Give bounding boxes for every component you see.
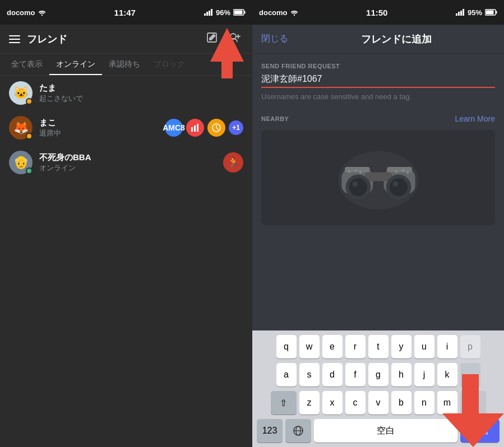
key-j[interactable]: j	[414, 363, 434, 387]
activity-extra-count: +1	[229, 120, 243, 135]
key-k[interactable]: k	[437, 363, 457, 387]
key-t[interactable]: t	[368, 335, 389, 358]
time-left: 11:47	[114, 8, 136, 17]
keyboard-row-1: q w e r t y u i p	[255, 335, 502, 358]
key-f[interactable]: f	[345, 363, 366, 387]
activity-icon-game: AMC8	[165, 119, 183, 137]
svg-point-14	[293, 15, 294, 16]
svg-rect-17	[460, 11, 462, 16]
learn-more-link[interactable]: Learn More	[455, 114, 495, 123]
friend-status-tama: 起こさないで	[39, 94, 243, 104]
key-dash[interactable]: —	[460, 363, 480, 387]
svg-point-38	[354, 169, 357, 172]
friend-status-mako: 退席中	[39, 128, 158, 138]
status-dot-bba	[26, 167, 33, 174]
svg-point-34	[395, 170, 397, 173]
add-friend-title: フレンドに追加	[297, 32, 495, 46]
friend-item-bba[interactable]: 👴 不死身のBBA オンライン 🏃	[0, 145, 252, 180]
key-m[interactable]: m	[437, 391, 457, 415]
key-x[interactable]: x	[322, 391, 343, 415]
key-r[interactable]: r	[345, 335, 366, 358]
avatar-wrap-bba: 👴	[9, 151, 33, 174]
wifi-icon-left	[38, 9, 46, 16]
svg-rect-3	[209, 11, 210, 16]
binoculars-area	[261, 130, 495, 225]
keyboard-container: q w e r t y u i p a s d f g h j k —	[252, 330, 504, 447]
svg-rect-11	[194, 125, 196, 132]
nearby-header: NEARBY Learn More	[261, 114, 495, 123]
svg-rect-7	[234, 11, 243, 15]
compose-button[interactable]	[204, 30, 220, 48]
friend-name-mako: まこ	[39, 118, 158, 128]
key-send[interactable]: 送信	[460, 419, 500, 443]
key-u[interactable]: u	[414, 335, 434, 358]
nearby-section: NEARBY Learn More	[252, 105, 504, 230]
close-button[interactable]: 閉じる	[261, 33, 288, 45]
key-d[interactable]: d	[322, 363, 343, 387]
key-g[interactable]: g	[368, 363, 389, 387]
status-bar-left: docomo 11:47 96%	[0, 0, 252, 25]
hamburger-button[interactable]	[9, 35, 20, 43]
left-status-info-right: docomo	[259, 8, 298, 17]
svg-point-37	[348, 170, 350, 173]
key-n[interactable]: n	[414, 391, 434, 415]
svg-point-27	[349, 178, 367, 196]
add-friend-button[interactable]	[226, 30, 243, 48]
tab-pending[interactable]: 承認待ち	[102, 54, 147, 75]
send-friend-label: SEND FRIEND REQUEST	[261, 63, 495, 69]
avatar-wrap-mako: 🦊	[9, 116, 33, 139]
battery-icon-left	[233, 9, 246, 16]
signal-icon-right	[456, 9, 465, 16]
key-p[interactable]: p	[460, 335, 480, 358]
key-v[interactable]: v	[368, 391, 389, 415]
carrier-left: docomo	[7, 8, 35, 17]
left-panel: docomo 11:47 96%	[0, 0, 252, 447]
friend-status-bba: オンライン	[39, 163, 216, 173]
friend-name-tama: たま	[39, 83, 243, 94]
friend-item-tama[interactable]: 🐱 たま 起こさないで	[0, 76, 252, 110]
key-s[interactable]: s	[299, 363, 320, 387]
activity-icon-clock	[207, 119, 225, 137]
friend-item-mako[interactable]: 🦊 まこ 退席中 AMC8	[0, 110, 252, 145]
username-input[interactable]	[261, 74, 495, 85]
key-123[interactable]: 123	[257, 419, 283, 443]
bba-activity-badge: 🏃	[223, 152, 243, 173]
key-y[interactable]: y	[391, 335, 411, 358]
svg-rect-16	[458, 12, 460, 16]
key-shift[interactable]: ⇧	[271, 391, 297, 415]
keyboard: q w e r t y u i p a s d f g h j k —	[252, 330, 504, 447]
key-w[interactable]: w	[299, 335, 320, 358]
tab-online[interactable]: オンライン	[49, 54, 102, 75]
key-c[interactable]: c	[345, 391, 366, 415]
tab-blocked[interactable]: ブロック	[147, 54, 192, 75]
signal-icon-left	[204, 9, 213, 16]
left-header: フレンド	[0, 25, 252, 54]
nearby-label: NEARBY	[261, 115, 289, 122]
svg-rect-2	[206, 12, 208, 16]
svg-point-36	[406, 171, 409, 174]
key-e[interactable]: e	[322, 335, 343, 358]
tab-all[interactable]: 全て表示	[4, 54, 49, 75]
keyboard-row-4: 123 空白 送信	[255, 419, 502, 443]
svg-rect-15	[456, 13, 457, 16]
key-space[interactable]: 空白	[314, 419, 457, 443]
key-z[interactable]: z	[299, 391, 320, 415]
right-content: SEND FRIEND REQUEST Usernames are case s…	[252, 54, 504, 330]
key-a[interactable]: a	[276, 363, 297, 387]
binoculars-illustration	[334, 147, 423, 214]
activity-icons-mako: AMC8 +1	[165, 119, 243, 137]
key-globe[interactable]	[285, 419, 311, 443]
right-status-info-left: 96%	[204, 8, 246, 17]
friend-info-mako: まこ 退席中	[39, 118, 158, 138]
svg-point-39	[359, 171, 362, 174]
keyboard-row-3: ⇧ z x c v b n m	[255, 391, 502, 415]
key-delete[interactable]	[460, 391, 486, 415]
avatar-wrap-tama: 🐱	[9, 81, 33, 105]
key-h[interactable]: h	[391, 363, 411, 387]
key-q[interactable]: q	[276, 335, 297, 358]
key-b[interactable]: b	[391, 391, 411, 415]
svg-rect-18	[463, 9, 464, 16]
key-i[interactable]: i	[437, 335, 457, 358]
svg-rect-21	[486, 11, 494, 15]
left-status-info: docomo	[7, 8, 46, 17]
